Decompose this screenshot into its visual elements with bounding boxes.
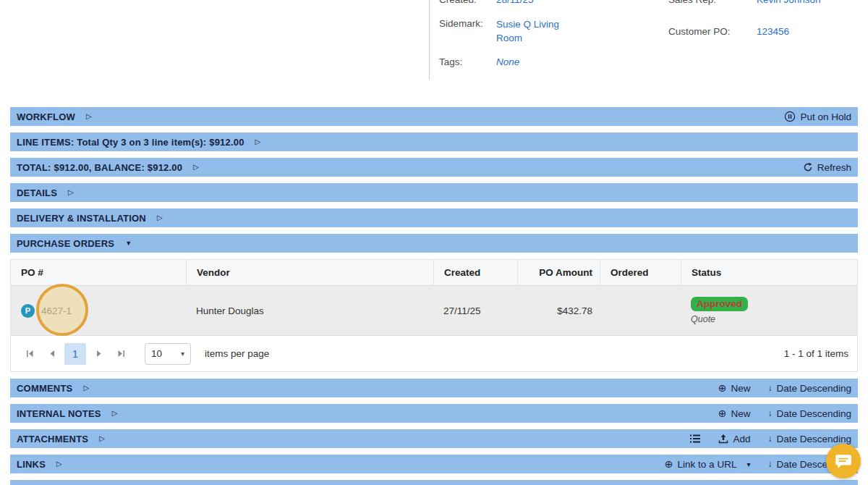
po-number-cell: P 4627-1 bbox=[11, 304, 186, 318]
section-attachments[interactable]: ATTACHMENTS ▷ Add ↓ Date Descending bbox=[10, 429, 858, 448]
page-size-dropdown[interactable]: 10 ▾ bbox=[145, 343, 191, 365]
po-amount-cell: $432.78 bbox=[517, 305, 600, 316]
purchase-orders-table: PO # Vendor Created PO Amount Ordered St… bbox=[10, 259, 858, 372]
caret-down-icon: ▾ bbox=[181, 350, 184, 358]
table-row[interactable]: P 4627-1 Hunter Douglas 27/11/25 $432.78… bbox=[11, 286, 857, 335]
expand-icon[interactable]: ▷ bbox=[99, 435, 105, 442]
current-page-button[interactable]: 1 bbox=[64, 343, 86, 365]
arrow-down-icon: ↓ bbox=[767, 460, 772, 468]
section-partial-cutoff[interactable] bbox=[10, 480, 858, 485]
col-header-status[interactable]: Status bbox=[681, 260, 857, 285]
customer-po-value-link[interactable]: 123456 bbox=[757, 25, 789, 38]
tags-value-link[interactable]: None bbox=[496, 56, 519, 69]
section-purchase-orders[interactable]: PURCHASE ORDERS ▼ bbox=[10, 234, 858, 253]
refresh-icon bbox=[803, 162, 813, 172]
prev-page-icon bbox=[48, 349, 57, 358]
collapse-icon[interactable]: ▼ bbox=[125, 240, 132, 247]
prev-page-button[interactable] bbox=[42, 344, 62, 364]
section-line-items[interactable]: LINE ITEMS: Total Qty 3 on 3 line item(s… bbox=[10, 132, 858, 151]
created-value-link[interactable]: 28/11/25 bbox=[496, 0, 534, 7]
section-delivery-installation[interactable]: DELIVERY & INSTALLATION ▷ bbox=[10, 208, 858, 227]
arrow-down-icon: ↓ bbox=[767, 409, 772, 418]
sales-rep-value-link[interactable]: Kevin Johnson bbox=[757, 0, 821, 7]
created-cell: 27/11/25 bbox=[433, 305, 517, 316]
attachments-actions: Add ↓ Date Descending bbox=[689, 434, 851, 444]
status-note: Quote bbox=[691, 314, 715, 324]
list-icon bbox=[689, 434, 701, 444]
comments-sort-button[interactable]: ↓ Date Descending bbox=[767, 383, 851, 394]
section-comments[interactable]: COMMENTS ▷ ⊕ New ↓ Date Descending bbox=[10, 379, 858, 397]
chat-button[interactable] bbox=[826, 444, 861, 478]
comments-sort-label: Date Descending bbox=[776, 383, 851, 394]
arrow-down-icon: ↓ bbox=[767, 384, 772, 392]
total-title: TOTAL: $912.00, BALANCE: $912.00 bbox=[17, 162, 182, 173]
expand-icon[interactable]: ▷ bbox=[86, 113, 92, 120]
expand-icon[interactable]: ▷ bbox=[112, 410, 118, 417]
table-pager: 1 10 ▾ items per page 1 - 1 of 1 items bbox=[11, 335, 857, 371]
next-page-icon bbox=[94, 349, 103, 358]
col-header-vendor[interactable]: Vendor bbox=[186, 260, 433, 285]
comments-actions: ⊕ New ↓ Date Descending bbox=[718, 383, 851, 394]
attachments-list-view-button[interactable] bbox=[689, 434, 701, 444]
expand-icon[interactable]: ▷ bbox=[193, 164, 199, 171]
last-page-button[interactable] bbox=[111, 344, 131, 364]
refresh-button[interactable]: Refresh bbox=[803, 162, 851, 173]
sidemark-row: Sidemark: Susie Q Living Room bbox=[439, 17, 656, 45]
expand-icon[interactable]: ▷ bbox=[83, 384, 89, 392]
link-to-url-button[interactable]: ⊕ Link to a URL ▾ bbox=[665, 459, 751, 470]
add-attachment-label: Add bbox=[733, 434, 750, 444]
order-info-panel: Created: 28/11/25 Sidemark: Susie Q Livi… bbox=[0, 0, 868, 107]
customer-po-row: Customer PO: 123456 bbox=[668, 25, 864, 38]
put-on-hold-button[interactable]: Put on Hold bbox=[784, 111, 851, 122]
pause-circle-icon bbox=[784, 111, 796, 122]
section-links[interactable]: LINKS ▷ ⊕ Link to a URL ▾ ↓ Date Descend… bbox=[10, 455, 858, 473]
expand-icon[interactable]: ▷ bbox=[255, 138, 261, 146]
col-header-po[interactable]: PO # bbox=[11, 260, 186, 285]
sales-rep-label: Sales Rep: bbox=[668, 0, 757, 7]
expand-icon[interactable]: ▷ bbox=[56, 460, 62, 468]
col-header-created[interactable]: Created bbox=[433, 260, 517, 285]
info-left-column: Created: 28/11/25 Sidemark: Susie Q Livi… bbox=[439, 0, 656, 80]
total-actions: Refresh bbox=[803, 162, 851, 173]
new-comment-button[interactable]: ⊕ New bbox=[718, 383, 751, 394]
internal-notes-title: INTERNAL NOTES bbox=[17, 408, 101, 419]
workflow-title: WORKFLOW bbox=[17, 111, 75, 122]
expand-icon[interactable]: ▷ bbox=[157, 214, 163, 222]
tags-row: Tags: None bbox=[439, 56, 656, 69]
next-page-button[interactable] bbox=[88, 344, 109, 364]
arrow-down-icon: ↓ bbox=[767, 434, 772, 443]
sidemark-value-link[interactable]: Susie Q Living Room bbox=[496, 17, 566, 45]
po-number-link[interactable]: 4627-1 bbox=[41, 305, 72, 316]
po-type-icon: P bbox=[21, 304, 35, 318]
section-workflow[interactable]: WORKFLOW ▷ Put on Hold bbox=[10, 107, 858, 126]
upload-icon bbox=[718, 434, 728, 444]
section-details[interactable]: DETAILS ▷ bbox=[10, 183, 858, 202]
attachments-sort-button[interactable]: ↓ Date Descending bbox=[767, 434, 851, 444]
customer-po-label: Customer PO: bbox=[668, 25, 757, 38]
expand-icon[interactable]: ▷ bbox=[68, 189, 74, 196]
table-header-row: PO # Vendor Created PO Amount Ordered St… bbox=[11, 260, 857, 286]
link-to-url-label: Link to a URL bbox=[678, 459, 737, 470]
sales-rep-row: Sales Rep: Kevin Johnson bbox=[668, 0, 864, 7]
created-row: Created: 28/11/25 bbox=[439, 0, 656, 7]
vertical-divider bbox=[429, 0, 430, 80]
sidemark-label: Sidemark: bbox=[439, 17, 496, 45]
tags-label: Tags: bbox=[439, 56, 496, 69]
section-internal-notes[interactable]: INTERNAL NOTES ▷ ⊕ New ↓ Date Descending bbox=[10, 404, 858, 423]
col-header-po-amount[interactable]: PO Amount bbox=[517, 260, 600, 285]
details-title: DETAILS bbox=[17, 187, 57, 198]
refresh-label: Refresh bbox=[817, 162, 851, 173]
chat-icon bbox=[834, 452, 853, 471]
add-attachment-button[interactable]: Add bbox=[718, 434, 750, 444]
new-note-button[interactable]: ⊕ New bbox=[718, 408, 751, 419]
status-badge: Approved bbox=[691, 297, 748, 311]
first-page-button[interactable] bbox=[20, 344, 40, 364]
col-header-ordered[interactable]: Ordered bbox=[600, 260, 681, 285]
section-total[interactable]: TOTAL: $912.00, BALANCE: $912.00 ▷ Refre… bbox=[10, 158, 858, 177]
links-actions: ⊕ Link to a URL ▾ ↓ Date Descending bbox=[665, 459, 851, 470]
new-comment-label: New bbox=[731, 383, 750, 394]
items-per-page-label: items per page bbox=[205, 348, 269, 359]
vendor-cell: Hunter Douglas bbox=[186, 305, 433, 316]
notes-sort-button[interactable]: ↓ Date Descending bbox=[767, 408, 851, 419]
delivery-title: DELIVERY & INSTALLATION bbox=[17, 213, 146, 224]
